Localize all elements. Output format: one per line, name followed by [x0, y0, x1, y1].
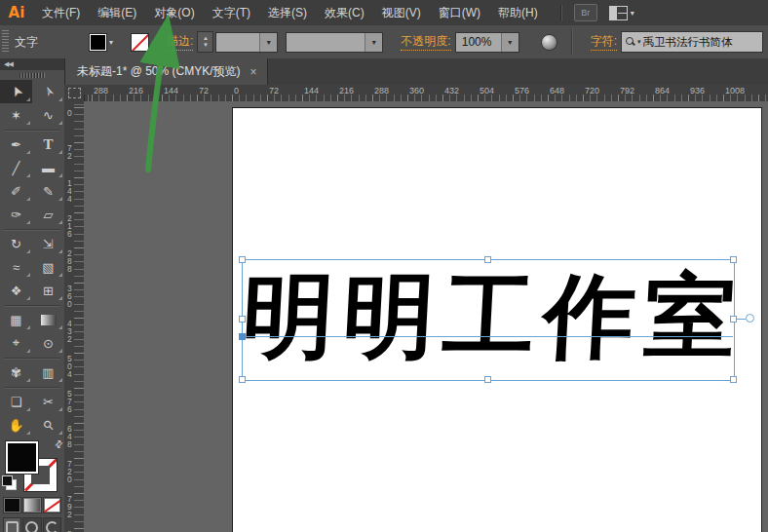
- menu-item[interactable]: 效果(C): [316, 0, 373, 25]
- handle-middle-left[interactable]: [239, 316, 246, 323]
- ruler-tick-label: 288: [94, 86, 108, 95]
- mesh-tool[interactable]: ▦: [0, 308, 32, 331]
- handle-top-center[interactable]: [484, 256, 491, 263]
- color-button[interactable]: [3, 497, 21, 513]
- scale-tool[interactable]: ⇲: [32, 232, 64, 255]
- chevron-down-icon: ▾: [631, 9, 634, 18]
- artboard-tool[interactable]: ❏: [0, 390, 32, 413]
- blob-brush-tool[interactable]: ✑: [0, 203, 32, 226]
- pen-tool[interactable]: ✒: [0, 133, 32, 156]
- handle-bottom-left[interactable]: [239, 376, 246, 383]
- document-tab[interactable]: 未标题-1* @ 50% (CMYK/预览) ×: [64, 58, 268, 85]
- font-search-field[interactable]: ▾ 禹卫书法行书简体: [621, 31, 763, 53]
- ruler-tick-label: 576: [67, 390, 75, 413]
- fill-color-swatch[interactable]: [89, 33, 107, 52]
- draw-inside-button[interactable]: [43, 517, 61, 532]
- menu-item[interactable]: 对象(O): [145, 0, 203, 25]
- search-icon: [626, 37, 635, 47]
- opacity-panel-link[interactable]: 不透明度:: [401, 33, 450, 51]
- draw-behind-button[interactable]: [22, 517, 41, 532]
- symbol-sprayer-tool[interactable]: ✾: [0, 361, 32, 384]
- blend-tool[interactable]: ⊙: [32, 331, 64, 355]
- tools-panel-grip[interactable]: [0, 70, 64, 80]
- tool-grid: ➤➢✶∿✒T╱▬✐✎✑▱↻⇲≈▧❖⊞▦▬⌖⊙✾▥❏✂✋⚲: [0, 80, 64, 437]
- chevron-down-icon[interactable]: ▾: [365, 33, 382, 52]
- opacity-combo[interactable]: 100% ▾: [455, 32, 519, 53]
- ruler-tick-label: 0: [234, 86, 239, 95]
- chevron-down-icon[interactable]: ▾: [109, 38, 113, 47]
- ruler-tick-label: 216: [339, 86, 354, 95]
- handle-bottom-center[interactable]: [484, 376, 491, 383]
- ruler-tick-label: 648: [550, 86, 564, 95]
- chevron-down-icon[interactable]: ▾: [501, 33, 518, 52]
- menu-item[interactable]: 文字(T): [204, 0, 259, 25]
- type-tool[interactable]: T: [32, 133, 64, 156]
- stroke-weight-stepper[interactable]: ▲▼: [197, 31, 213, 53]
- stroke-weight-combo[interactable]: ▾: [215, 32, 278, 53]
- tools-panel-header[interactable]: ◀◀: [0, 58, 64, 70]
- rectangle-tool[interactable]: ▬: [32, 156, 64, 179]
- handle-top-right[interactable]: [730, 256, 737, 263]
- direct-selection-tool[interactable]: ➢: [32, 80, 64, 103]
- chevron-down-icon[interactable]: ▾: [259, 33, 277, 52]
- eyedropper-tool[interactable]: ⌖: [0, 331, 32, 355]
- opacity-value: 100%: [462, 35, 492, 49]
- gradient-button[interactable]: [22, 497, 41, 513]
- gradient-tool[interactable]: ▬: [32, 308, 64, 331]
- lasso-tool[interactable]: ∿: [32, 103, 64, 127]
- horizontal-ruler: 2882161447207214421628836043250457664872…: [64, 85, 768, 102]
- collapse-panel-icon[interactable]: ◀◀: [4, 60, 13, 67]
- ruler-tick-label: 0: [67, 109, 75, 117]
- panel-grip[interactable]: [2, 30, 9, 54]
- ruler-tick-label: 360: [409, 86, 424, 95]
- stroke-color-swatch[interactable]: [131, 33, 149, 52]
- default-fill-stroke-icon[interactable]: [2, 475, 16, 489]
- ruler-tick-label: 72: [269, 86, 279, 95]
- workspace-switcher[interactable]: ▾: [609, 6, 634, 20]
- hand-tool[interactable]: ✋: [0, 413, 32, 437]
- menu-items: 文件(F)编辑(E)对象(O)文字(T)选择(S)效果(C)视图(V)窗口(W)…: [33, 0, 547, 25]
- ruler-tick-label: 792: [620, 86, 634, 95]
- rotate-tool[interactable]: ↻: [0, 232, 32, 255]
- draw-normal-button[interactable]: [3, 517, 21, 532]
- slice-tool[interactable]: ✂: [32, 390, 64, 413]
- handle-bottom-right[interactable]: [730, 376, 737, 383]
- fill-swatch-large[interactable]: [5, 440, 39, 475]
- ruler-tick-label: 360: [67, 285, 75, 308]
- ruler-origin-corner[interactable]: [64, 85, 85, 101]
- menu-item[interactable]: 文件(F): [33, 0, 89, 25]
- menu-item[interactable]: 帮助(H): [489, 0, 547, 25]
- swap-fill-stroke-icon[interactable]: ⇄: [52, 437, 65, 451]
- menu-item[interactable]: 视图(V): [373, 0, 430, 25]
- pencil-tool[interactable]: ✎: [32, 179, 64, 203]
- menu-item[interactable]: 编辑(E): [89, 0, 145, 25]
- text-anchor-point[interactable]: [239, 333, 246, 340]
- zoom-tool[interactable]: ⚲: [32, 413, 64, 437]
- none-button[interactable]: [43, 497, 61, 513]
- selection-tool[interactable]: ➤: [0, 80, 32, 103]
- paintbrush-tool[interactable]: ✐: [0, 179, 32, 203]
- handle-top-left[interactable]: [239, 256, 246, 263]
- column-graph-tool[interactable]: ▥: [32, 361, 64, 384]
- ruler-tick-label: 720: [67, 460, 75, 483]
- brush-definition-combo[interactable]: ▾: [286, 32, 383, 53]
- line-segment-tool[interactable]: ╱: [0, 156, 32, 179]
- shape-builder-tool[interactable]: ❖: [0, 279, 32, 302]
- side-widget-circle[interactable]: [746, 314, 754, 323]
- horizontal-ruler-labels: 2882161447207214421628836043250457664872…: [84, 85, 768, 101]
- menu-item[interactable]: 窗口(W): [430, 0, 489, 25]
- app-logo: Ai: [0, 4, 33, 21]
- free-transform-tool[interactable]: ▧: [32, 255, 64, 279]
- menu-item[interactable]: 选择(S): [259, 0, 316, 25]
- bridge-button[interactable]: Br: [574, 4, 597, 21]
- ruler-tick-label: 288: [67, 249, 75, 273]
- stroke-panel-link[interactable]: 描边:: [167, 33, 193, 51]
- perspective-grid-tool[interactable]: ⊞: [32, 279, 64, 302]
- close-icon[interactable]: ×: [250, 65, 257, 79]
- width-tool[interactable]: ≈: [0, 255, 32, 279]
- character-panel-link[interactable]: 字符:: [591, 33, 617, 51]
- style-icon[interactable]: [541, 34, 557, 51]
- magic-wand-tool[interactable]: ✶: [0, 103, 32, 127]
- eraser-tool[interactable]: ▱: [32, 203, 64, 226]
- ruler-tick-label: 504: [67, 355, 75, 378]
